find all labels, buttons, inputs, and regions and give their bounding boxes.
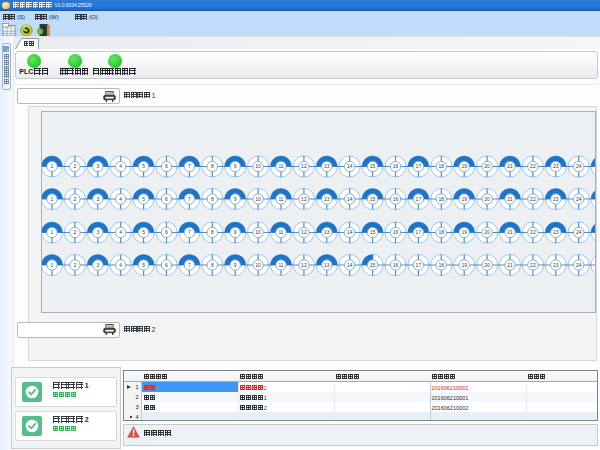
svg-text:1: 1 — [51, 196, 54, 202]
svg-text:11: 11 — [278, 196, 283, 202]
svg-text:22: 22 — [530, 262, 536, 268]
svg-text:20: 20 — [484, 229, 490, 235]
svg-text:21: 21 — [507, 262, 513, 268]
svg-text:8: 8 — [211, 262, 214, 268]
svg-text:17: 17 — [416, 163, 422, 169]
svg-text:9: 9 — [234, 262, 237, 268]
svg-text:20: 20 — [484, 196, 490, 202]
svg-text:12: 12 — [301, 196, 307, 202]
svg-text:13: 13 — [324, 196, 330, 202]
svg-text:5: 5 — [142, 196, 145, 202]
svg-text:21: 21 — [507, 163, 513, 169]
svg-text:1: 1 — [51, 262, 54, 268]
svg-text:16: 16 — [393, 262, 399, 268]
svg-text:14: 14 — [347, 229, 353, 235]
svg-text:4: 4 — [119, 163, 122, 169]
svg-text:17: 17 — [416, 262, 422, 268]
svg-text:20: 20 — [484, 262, 490, 268]
svg-text:18: 18 — [439, 163, 445, 169]
svg-text:24: 24 — [576, 196, 582, 202]
svg-text:13: 13 — [324, 229, 330, 235]
svg-text:6: 6 — [165, 163, 168, 169]
svg-text:19: 19 — [461, 262, 467, 268]
svg-text:18: 18 — [439, 229, 445, 235]
svg-text:19: 19 — [461, 163, 467, 169]
svg-text:6: 6 — [165, 196, 168, 202]
svg-text:3: 3 — [96, 229, 99, 235]
svg-text:20: 20 — [484, 163, 490, 169]
svg-text:21: 21 — [507, 229, 513, 235]
svg-text:6: 6 — [165, 229, 168, 235]
svg-text:14: 14 — [347, 262, 353, 268]
svg-text:11: 11 — [278, 262, 283, 268]
svg-text:8: 8 — [211, 163, 214, 169]
svg-text:5: 5 — [142, 229, 145, 235]
svg-text:15: 15 — [370, 196, 376, 202]
svg-text:23: 23 — [553, 163, 559, 169]
svg-text:16: 16 — [393, 196, 399, 202]
svg-text:15: 15 — [370, 262, 376, 268]
svg-text:17: 17 — [416, 229, 422, 235]
svg-text:6: 6 — [165, 262, 168, 268]
svg-text:11: 11 — [278, 229, 283, 235]
svg-text:22: 22 — [530, 196, 536, 202]
svg-text:10: 10 — [255, 262, 261, 268]
svg-text:7: 7 — [188, 196, 191, 202]
svg-text:4: 4 — [119, 196, 122, 202]
svg-text:10: 10 — [255, 229, 261, 235]
svg-text:2: 2 — [74, 163, 77, 169]
svg-text:1: 1 — [51, 229, 54, 235]
svg-text:24: 24 — [576, 163, 582, 169]
svg-text:10: 10 — [255, 196, 261, 202]
svg-text:15: 15 — [370, 229, 376, 235]
svg-text:12: 12 — [301, 229, 307, 235]
svg-text:9: 9 — [234, 163, 237, 169]
svg-text:22: 22 — [530, 229, 536, 235]
svg-text:22: 22 — [530, 163, 536, 169]
svg-text:23: 23 — [553, 229, 559, 235]
svg-text:5: 5 — [142, 163, 145, 169]
svg-text:4: 4 — [119, 262, 122, 268]
svg-text:19: 19 — [461, 196, 467, 202]
svg-text:14: 14 — [347, 196, 353, 202]
svg-text:9: 9 — [234, 196, 237, 202]
svg-text:9: 9 — [234, 229, 237, 235]
svg-text:3: 3 — [96, 196, 99, 202]
svg-text:23: 23 — [553, 262, 559, 268]
svg-text:10: 10 — [255, 163, 261, 169]
svg-text:7: 7 — [188, 262, 191, 268]
svg-text:23: 23 — [553, 196, 559, 202]
svg-text:13: 13 — [324, 262, 330, 268]
svg-text:15: 15 — [370, 163, 376, 169]
svg-text:12: 12 — [301, 163, 307, 169]
svg-text:16: 16 — [393, 163, 399, 169]
svg-text:7: 7 — [188, 229, 191, 235]
svg-text:2: 2 — [74, 262, 77, 268]
svg-text:18: 18 — [439, 196, 445, 202]
svg-text:7: 7 — [188, 163, 191, 169]
svg-text:2: 2 — [74, 196, 77, 202]
svg-text:24: 24 — [576, 229, 582, 235]
svg-text:19: 19 — [461, 229, 467, 235]
svg-text:5: 5 — [142, 262, 145, 268]
svg-text:4: 4 — [119, 229, 122, 235]
svg-text:8: 8 — [211, 196, 214, 202]
svg-text:12: 12 — [301, 262, 307, 268]
svg-text:3: 3 — [96, 163, 99, 169]
svg-text:18: 18 — [439, 262, 445, 268]
svg-text:24: 24 — [576, 262, 582, 268]
svg-text:14: 14 — [347, 163, 353, 169]
svg-text:2: 2 — [74, 229, 77, 235]
svg-text:13: 13 — [324, 163, 330, 169]
svg-text:17: 17 — [416, 196, 422, 202]
svg-text:11: 11 — [278, 163, 283, 169]
svg-text:3: 3 — [96, 262, 99, 268]
svg-text:8: 8 — [211, 229, 214, 235]
svg-text:1: 1 — [51, 163, 54, 169]
svg-text:16: 16 — [393, 229, 399, 235]
svg-text:21: 21 — [507, 196, 513, 202]
